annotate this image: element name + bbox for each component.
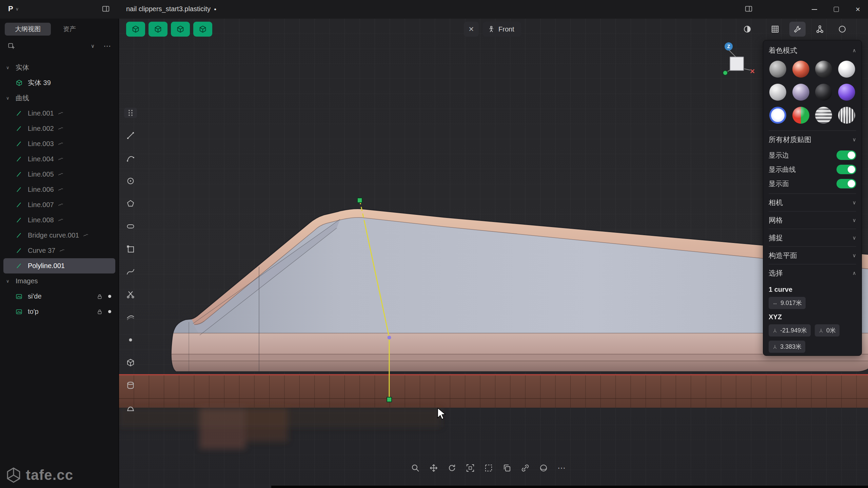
tree-item-polyline-selected[interactable]: Polyline.001 [3, 258, 115, 273]
marquee-select-icon[interactable] [482, 460, 495, 476]
corner-rectangle-tool[interactable] [123, 238, 138, 260]
curve-preview-icon [57, 187, 64, 192]
swatch-red-green[interactable] [792, 107, 809, 124]
tree-item-curve[interactable]: Line.004 [0, 151, 119, 167]
tree-section-curves[interactable]: ∨ 曲线 [0, 90, 119, 106]
zoom-icon[interactable] [409, 460, 422, 476]
swatch-pearl-purple[interactable] [792, 84, 809, 101]
link-icon[interactable] [518, 460, 532, 476]
point-tool[interactable] [123, 328, 138, 351]
show-faces-toggle[interactable] [836, 179, 856, 188]
slot-tool[interactable] [123, 215, 138, 238]
polyline-vertex-bottom[interactable] [387, 397, 392, 402]
tab-outline[interactable]: 大纲视图 [5, 23, 51, 36]
show-curves-toggle[interactable] [836, 165, 856, 174]
palette-drag-handle[interactable] [124, 108, 137, 118]
material-maps-row[interactable]: 所有材质贴图 ∨ [769, 130, 856, 148]
more-icon[interactable]: ⋯ [555, 460, 569, 476]
tree-item-solid39[interactable]: 实体 39 [0, 75, 119, 90]
duplicate-icon[interactable] [500, 460, 514, 476]
tree-item-image[interactable]: si'de [0, 289, 119, 304]
sidebar-toggle-icon[interactable] [102, 5, 110, 13]
viewport-3d[interactable] [119, 19, 868, 488]
polygon-tool[interactable] [123, 192, 138, 215]
revolve-tool[interactable] [123, 396, 138, 419]
exit-view-button[interactable]: ✕ [464, 22, 479, 37]
gizmo-x-axis[interactable]: ✕ [750, 67, 755, 75]
app-menu-button[interactable]: P ∨ [8, 4, 19, 13]
tree-item-curve[interactable]: Line.007 [0, 197, 119, 212]
more-options-icon[interactable]: ⋯ [103, 42, 111, 50]
selection-section-header[interactable]: 选择 ∧ [769, 264, 856, 282]
lock-icon[interactable] [97, 309, 103, 315]
swatch-matte-gray[interactable] [769, 61, 786, 78]
shading-section-header[interactable]: 着色模式 ∧ [769, 42, 856, 59]
tree-section-images[interactable]: ∨ Images [0, 273, 119, 289]
construction-plane-section-header[interactable]: 构造平面 ∨ [769, 246, 856, 264]
swatch-matte-light[interactable] [769, 84, 786, 101]
tab-assets[interactable]: 资产 [53, 23, 86, 36]
swatch-flat-black[interactable] [815, 84, 832, 101]
offset-curve-tool[interactable] [123, 306, 138, 328]
collapse-all-icon[interactable]: ∨ [91, 43, 95, 49]
tree-item-curve[interactable]: Line.001 [0, 106, 119, 121]
lock-icon[interactable] [97, 293, 103, 300]
tree-item-curve[interactable]: Line.003 [0, 136, 119, 151]
show-edges-toggle[interactable] [836, 150, 856, 160]
line-tool[interactable] [123, 124, 138, 147]
orientation-gizmo[interactable]: Z ✕ [723, 42, 763, 80]
gizmo-y-axis[interactable] [723, 70, 728, 76]
viewport-mode-edges-button[interactable] [171, 22, 190, 37]
polyline-vertex-top[interactable] [357, 198, 362, 203]
swatch-glossy-red[interactable] [792, 61, 809, 78]
frame-selection-icon[interactable] [463, 460, 477, 476]
shaded-sphere-icon[interactable] [537, 460, 550, 476]
arc-tool[interactable] [123, 147, 138, 169]
viewport-mode-shaded-button[interactable] [149, 22, 167, 37]
curve-icon [16, 125, 24, 132]
tools-wrench-icon[interactable] [789, 22, 806, 37]
box-tool[interactable] [123, 351, 138, 374]
move-icon[interactable] [427, 460, 440, 476]
polyline-midpoint[interactable] [388, 336, 391, 340]
center-circle-tool[interactable] [123, 169, 138, 192]
tree-item-curve[interactable]: Curve 37 [0, 243, 119, 258]
viewport-mode-wire-button[interactable] [193, 22, 212, 37]
tree-section-solids[interactable]: ∨ 实体 [0, 60, 119, 75]
minimize-button[interactable] [806, 0, 823, 19]
tree-item-curve[interactable]: Line.005 [0, 167, 119, 182]
grid-section-header[interactable]: 网格 ∨ [769, 211, 856, 229]
maximize-button[interactable] [828, 0, 844, 19]
swatch-h-stripes[interactable] [815, 107, 832, 124]
gizmo-z-axis[interactable]: Z [725, 42, 733, 50]
render-ring-icon[interactable] [834, 22, 850, 37]
cylinder-tool[interactable] [123, 374, 138, 396]
camera-section-header[interactable]: 相机 ∨ [769, 194, 856, 211]
new-collection-icon[interactable] [7, 42, 15, 50]
grid-settings-icon[interactable] [767, 22, 783, 37]
gizmo-front-face[interactable] [730, 57, 744, 71]
swatch-glossy-dark[interactable] [815, 61, 832, 78]
swatch-glossy-white[interactable] [838, 61, 855, 78]
snap-section-header[interactable]: 捕捉 ∨ [769, 229, 856, 246]
right-panel-toggle-icon[interactable] [745, 5, 753, 13]
tree-item-image[interactable]: to'p [0, 304, 119, 319]
viewport-mode-solid-button[interactable] [126, 22, 145, 37]
tree-item-curve[interactable]: Line.006 [0, 182, 119, 197]
tree-item-curve[interactable]: Line.002 [0, 121, 119, 136]
close-button[interactable]: ✕ [850, 0, 866, 19]
spline-tool[interactable] [123, 260, 138, 283]
selection-length-badge: ↔ 9.017米 [769, 297, 806, 309]
node-graph-icon[interactable] [812, 22, 828, 37]
trim-tool[interactable] [123, 283, 138, 306]
swatch-toon-outline[interactable] [769, 107, 786, 124]
view-orientation-button[interactable]: Front [483, 22, 521, 37]
visibility-dot[interactable] [108, 310, 111, 313]
visibility-dot[interactable] [108, 295, 111, 298]
sync-icon[interactable] [445, 460, 459, 476]
tree-item-curve[interactable]: Bridge curve.001 [0, 228, 119, 243]
contrast-icon[interactable] [739, 22, 755, 37]
tree-item-curve[interactable]: Line.008 [0, 212, 119, 228]
swatch-flat-purple[interactable] [838, 84, 855, 101]
swatch-v-hatch[interactable] [838, 107, 855, 124]
